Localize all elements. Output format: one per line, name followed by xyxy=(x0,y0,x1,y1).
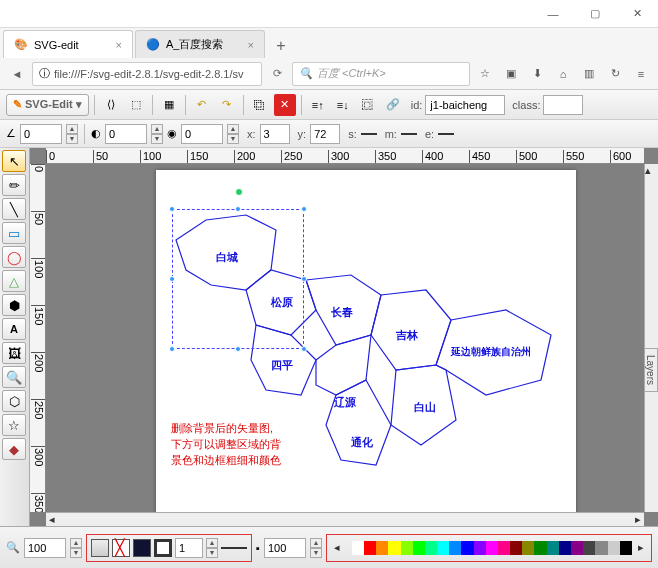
rect-tool[interactable]: ▭ xyxy=(2,222,26,244)
browser-search[interactable]: 🔍 百度 <Ctrl+K> xyxy=(292,62,470,86)
zoom-tool[interactable]: 🔍 xyxy=(2,366,26,388)
stroke-width-input[interactable] xyxy=(175,538,203,558)
move-top-button[interactable]: ≡↑ xyxy=(307,94,329,116)
home-icon[interactable]: ⌂ xyxy=(552,63,574,85)
palette-swatch[interactable] xyxy=(571,541,583,555)
tab-close-icon[interactable]: × xyxy=(248,39,254,51)
text-tool[interactable]: A xyxy=(2,318,26,340)
url-input[interactable]: ⓘ file:///F:/svg-edit-2.8.1/svg-edit-2.8… xyxy=(32,62,262,86)
eyedrop-tool[interactable]: ◆ xyxy=(2,438,26,460)
resize-handle-w[interactable] xyxy=(169,276,175,282)
delete-button[interactable]: ✕ xyxy=(274,94,296,116)
stroke-style[interactable] xyxy=(154,539,172,557)
layers-panel-tab[interactable]: Layers xyxy=(644,348,658,392)
palette-swatch[interactable] xyxy=(583,541,595,555)
palette-swatch[interactable] xyxy=(425,541,437,555)
nofill-swatch[interactable]: ╳ xyxy=(112,539,130,557)
palette-swatch[interactable] xyxy=(413,541,425,555)
palette-swatch[interactable] xyxy=(595,541,607,555)
opacity-spinner2[interactable]: ▲▼ xyxy=(310,538,322,558)
resize-handle-nw[interactable] xyxy=(169,206,175,212)
stroke-swatch[interactable] xyxy=(133,539,151,557)
star-tool[interactable]: ☆ xyxy=(2,414,26,436)
pencil-tool[interactable]: ✏ xyxy=(2,174,26,196)
line-tool[interactable]: ╲ xyxy=(2,198,26,220)
palette-swatch[interactable] xyxy=(620,541,632,555)
select-tool[interactable]: ↖ xyxy=(2,150,26,172)
id-input[interactable] xyxy=(425,95,505,115)
palette-swatch[interactable] xyxy=(547,541,559,555)
zoom-input[interactable] xyxy=(24,538,66,558)
new-tab-button[interactable]: + xyxy=(267,34,295,58)
grid-button[interactable]: ▦ xyxy=(158,94,180,116)
shapelib-tool[interactable]: ⬢ xyxy=(2,294,26,316)
ellipse-tool[interactable]: ◯ xyxy=(2,246,26,268)
linecap-butt[interactable] xyxy=(361,133,377,135)
palette-swatch[interactable] xyxy=(364,541,376,555)
opacity-input[interactable] xyxy=(105,124,147,144)
palette-swatch[interactable] xyxy=(401,541,413,555)
class-input[interactable] xyxy=(543,95,583,115)
sync-icon[interactable]: ↻ xyxy=(604,63,626,85)
image-tool[interactable]: 🖼 xyxy=(2,342,26,364)
window-minimize[interactable]: — xyxy=(532,0,574,28)
scrollbar-v[interactable]: ▴ xyxy=(644,164,658,512)
angle-input[interactable] xyxy=(20,124,62,144)
polygon-tool[interactable]: ⬡ xyxy=(2,390,26,412)
resize-handle-s[interactable] xyxy=(235,346,241,352)
blur-spinner[interactable]: ▲▼ xyxy=(227,124,239,144)
back-button[interactable]: ◄ xyxy=(6,63,28,85)
palette-prev[interactable]: ◂ xyxy=(331,541,343,554)
pocket-icon[interactable]: ▣ xyxy=(500,63,522,85)
palette-swatch[interactable] xyxy=(498,541,510,555)
palette-swatch[interactable] xyxy=(437,541,449,555)
redo-button[interactable]: ↷ xyxy=(216,94,238,116)
linecap-end[interactable] xyxy=(438,133,454,135)
link-button[interactable]: 🔗 xyxy=(382,94,404,116)
resize-handle-n[interactable] xyxy=(235,206,241,212)
stroke-spinner[interactable]: ▲▼ xyxy=(206,538,218,558)
tab-close-icon[interactable]: × xyxy=(116,39,122,51)
opacity-spinner[interactable]: ▲▼ xyxy=(151,124,163,144)
palette-swatch[interactable] xyxy=(510,541,522,555)
zoom-spinner[interactable]: ▲▼ xyxy=(70,538,82,558)
tab-svgedit[interactable]: 🎨 SVG-edit × xyxy=(3,30,133,58)
palette-swatch[interactable] xyxy=(608,541,620,555)
resize-handle-sw[interactable] xyxy=(169,346,175,352)
palette-next[interactable]: ▸ xyxy=(635,541,647,554)
fill-swatch[interactable] xyxy=(91,539,109,557)
color-palette[interactable] xyxy=(352,541,632,555)
resize-handle-ne[interactable] xyxy=(301,206,307,212)
y-input[interactable] xyxy=(310,124,340,144)
wireframe-button[interactable]: ⬚ xyxy=(125,94,147,116)
palette-swatch[interactable] xyxy=(449,541,461,555)
palette-swatch[interactable] xyxy=(376,541,388,555)
source-button[interactable]: ⟨⟩ xyxy=(100,94,122,116)
palette-swatch[interactable] xyxy=(534,541,546,555)
palette-swatch[interactable] xyxy=(559,541,571,555)
x-input[interactable] xyxy=(260,124,290,144)
palette-swatch[interactable] xyxy=(352,541,364,555)
palette-swatch[interactable] xyxy=(461,541,473,555)
window-close[interactable]: ✕ xyxy=(616,0,658,28)
palette-swatch[interactable] xyxy=(474,541,486,555)
tab-baidu[interactable]: 🔵 A_百度搜索 × xyxy=(135,30,265,58)
group-button[interactable]: ⿴ xyxy=(357,94,379,116)
selection-box[interactable] xyxy=(172,209,304,349)
palette-swatch[interactable] xyxy=(522,541,534,555)
bookmark-icon[interactable]: ☆ xyxy=(474,63,496,85)
sidebar-icon[interactable]: ▥ xyxy=(578,63,600,85)
svgedit-menu[interactable]: ✎SVG-Edit ▾ xyxy=(6,94,89,116)
opacity-input2[interactable] xyxy=(264,538,306,558)
path-tool[interactable]: △ xyxy=(2,270,26,292)
undo-button[interactable]: ↶ xyxy=(191,94,213,116)
palette-swatch[interactable] xyxy=(486,541,498,555)
reload-button[interactable]: ⟳ xyxy=(266,63,288,85)
resize-handle-e[interactable] xyxy=(301,276,307,282)
canvas[interactable]: 白城 松原 长春 吉林 延边朝鲜族自治州 四平 辽源 白山 通化 删除背景后的矢… xyxy=(46,164,644,512)
linejoin-miter[interactable] xyxy=(401,133,417,135)
palette-swatch[interactable] xyxy=(388,541,400,555)
blur-input[interactable] xyxy=(181,124,223,144)
angle-spinner[interactable]: ▲▼ xyxy=(66,124,78,144)
move-bottom-button[interactable]: ≡↓ xyxy=(332,94,354,116)
